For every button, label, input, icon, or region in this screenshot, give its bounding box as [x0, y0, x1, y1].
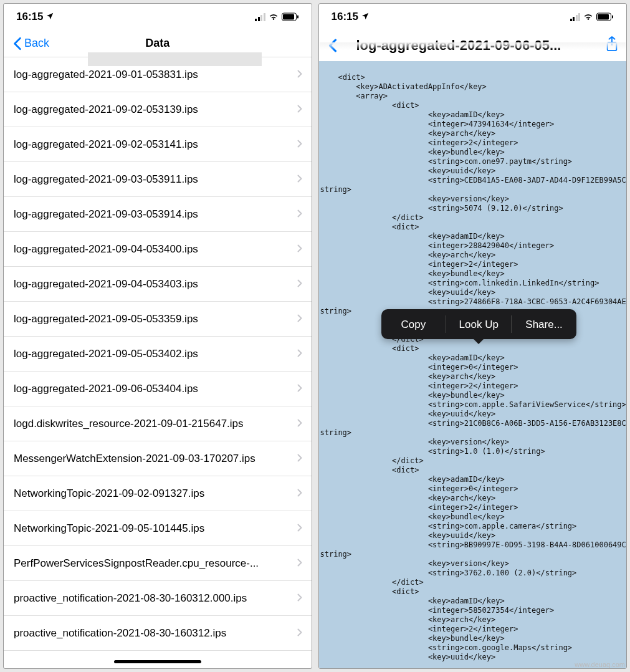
- cellular-signal-icon: [255, 13, 265, 21]
- svg-rect-5: [612, 16, 613, 19]
- location-icon: [361, 12, 370, 22]
- list-item[interactable]: log-aggregated-2021-09-05-053402.ips: [4, 337, 312, 372]
- file-name: log-aggregated-2021-09-06-053404.ips: [14, 383, 297, 395]
- file-name: log-aggregated-2021-09-05-053402.ips: [14, 348, 297, 360]
- redaction-overlay: [88, 52, 262, 66]
- chevron-right-icon: [297, 313, 302, 325]
- battery-icon: [596, 12, 614, 21]
- chevron-right-icon: [297, 69, 302, 81]
- list-item[interactable]: log-aggregated-2021-09-03-053914.ips: [4, 197, 312, 232]
- list-item[interactable]: proactive_notification-2021-08-30-160312…: [4, 581, 312, 616]
- status-bar: 16:15: [4, 4, 312, 30]
- chevron-right-icon: [297, 522, 302, 535]
- location-icon: [45, 12, 54, 22]
- svg-rect-4: [598, 14, 609, 20]
- status-time: 16:15: [16, 11, 43, 23]
- cellular-signal-icon: [570, 13, 581, 21]
- chevron-right-icon: [297, 557, 302, 570]
- menu-arrow-icon: [472, 338, 485, 344]
- menu-share[interactable]: Share...: [512, 320, 576, 329]
- back-label: Back: [24, 37, 49, 50]
- list-item[interactable]: log-aggregated-2021-09-02-053141.ips: [4, 127, 312, 162]
- file-name: log-aggregated-2021-09-02-053139.ips: [14, 103, 297, 116]
- file-name: log-aggregated-2021-09-05-053359.ips: [14, 313, 297, 325]
- file-name: log-aggregated-2021-09-03-053911.ips: [14, 173, 297, 186]
- file-list[interactable]: log-aggregated-2021-09-01-053831.ipslog-…: [4, 57, 312, 668]
- status-time: 16:15: [332, 11, 358, 23]
- chevron-right-icon: [297, 243, 302, 256]
- list-item[interactable]: logd.diskwrites_resource-2021-09-01-2156…: [4, 406, 312, 441]
- list-item[interactable]: NetworkingTopic-2021-09-02-091327.ips: [4, 476, 312, 511]
- list-item[interactable]: proactive_notification-2021-08-30-160312…: [4, 616, 312, 651]
- list-item[interactable]: log-aggregated-2021-09-03-053911.ips: [4, 162, 312, 197]
- file-name: log-aggregated-2021-09-01-053831.ips: [14, 69, 297, 81]
- list-item[interactable]: log-aggregated-2021-09-04-053400.ips: [4, 232, 312, 267]
- file-name: proactive_notification-2021-08-30-160312…: [14, 627, 297, 640]
- watermark: www.deuaq.com: [575, 661, 625, 668]
- chevron-right-icon: [297, 487, 302, 500]
- list-item[interactable]: MessengerWatchExtension-2021-09-03-17020…: [4, 441, 312, 476]
- list-item[interactable]: log-aggregated-2021-09-06-053404.ips: [4, 372, 312, 406]
- wifi-icon: [268, 12, 279, 21]
- battery-icon: [282, 12, 299, 21]
- svg-rect-2: [297, 16, 298, 19]
- home-indicator[interactable]: [114, 660, 201, 663]
- chevron-right-icon: [297, 278, 302, 290]
- list-item[interactable]: log-aggregated-2021-09-04-053403.ips: [4, 267, 312, 302]
- file-name: log-aggregated-2021-09-02-053141.ips: [14, 138, 297, 151]
- context-menu: Copy Look Up Share...: [381, 309, 577, 339]
- file-name: PerfPowerServicesSignpostReader.cpu_reso…: [14, 557, 297, 570]
- wifi-icon: [583, 12, 594, 21]
- svg-rect-1: [283, 14, 294, 20]
- file-name: log-aggregated-2021-09-04-053403.ips: [14, 278, 297, 290]
- chevron-right-icon: [297, 418, 302, 430]
- list-item[interactable]: log-aggregated-2021-09-05-053359.ips: [4, 302, 312, 337]
- file-name: NetworkingTopic-2021-09-02-091327.ips: [14, 487, 297, 500]
- file-name: MessengerWatchExtension-2021-09-03-17020…: [14, 453, 297, 465]
- menu-lookup[interactable]: Look Up: [446, 320, 511, 329]
- nav-blur: [320, 42, 626, 50]
- file-name: proactive_notification-2021-08-30-160312…: [14, 592, 297, 605]
- chevron-right-icon: [297, 592, 302, 605]
- chevron-right-icon: [297, 348, 302, 360]
- chevron-right-icon: [297, 173, 302, 186]
- chevron-right-icon: [297, 103, 302, 116]
- right-screenshot: 16:15 log-aggregated-2021-09-06-05...: [318, 3, 628, 669]
- back-button[interactable]: Back: [7, 37, 55, 50]
- chevron-right-icon: [297, 383, 302, 395]
- left-screenshot: 16:15 Back Data log-aggregated-2: [3, 3, 312, 669]
- chevron-right-icon: [297, 208, 302, 221]
- xml-text[interactable]: <dict> <key>ADActivatedAppInfo</key> <ar…: [320, 73, 627, 661]
- list-item[interactable]: log-aggregated-2021-09-02-053139.ips: [4, 92, 312, 127]
- chevron-right-icon: [297, 453, 302, 465]
- list-item[interactable]: PerfPowerServicesSignpostReader.cpu_reso…: [4, 546, 312, 581]
- chevron-right-icon: [297, 138, 302, 151]
- file-name: log-aggregated-2021-09-03-053914.ips: [14, 208, 297, 221]
- file-name: NetworkingTopic-2021-09-05-101445.ips: [14, 522, 297, 535]
- file-name: log-aggregated-2021-09-04-053400.ips: [14, 243, 297, 256]
- chevron-right-icon: [297, 627, 302, 640]
- status-bar: 16:15: [319, 4, 627, 30]
- log-content[interactable]: <dict> <key>ADActivatedAppInfo</key> <ar…: [319, 61, 627, 668]
- file-name: logd.diskwrites_resource-2021-09-01-2156…: [14, 418, 297, 430]
- menu-copy[interactable]: Copy: [381, 320, 446, 329]
- list-item[interactable]: NetworkingTopic-2021-09-05-101445.ips: [4, 511, 312, 546]
